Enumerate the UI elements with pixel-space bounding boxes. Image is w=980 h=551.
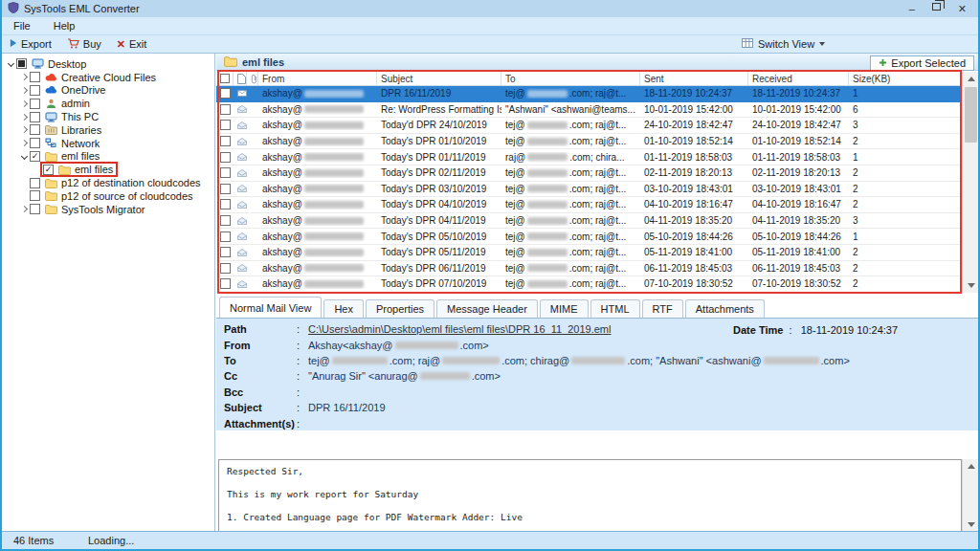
scroll-up-icon[interactable] (963, 72, 979, 86)
tree-checkbox[interactable] (30, 204, 40, 214)
row-checkbox[interactable] (220, 167, 231, 178)
expand-collapsed-icon[interactable] (19, 127, 29, 132)
row-checkbox[interactable] (220, 278, 231, 289)
menu-help[interactable]: Help (54, 20, 76, 32)
email-row[interactable]: akshay@DPR 16/11/2019tej@.com; raj@t...1… (216, 86, 962, 102)
tree-item-libraries[interactable]: Libraries (2, 123, 214, 137)
tree-item-p12-of-destination-cloudcodes[interactable]: p12 of destination cloudcodes (2, 176, 214, 189)
pc-icon (44, 112, 57, 122)
expand-collapsed-icon[interactable] (19, 115, 29, 120)
email-row[interactable]: akshay@Today's DPR 02/11/2019tej@.com; r… (216, 165, 962, 182)
tab-hex[interactable]: Hex (323, 299, 364, 318)
tree-checkbox[interactable] (30, 190, 40, 201)
close-button[interactable]: ✕ (958, 0, 967, 17)
minimize-button[interactable]: – (909, 0, 915, 17)
column-header-subject[interactable]: Subject (377, 72, 501, 85)
email-row[interactable]: akshay@Today's DPR 06/11/2019tej@.com; r… (216, 261, 962, 277)
tab-attachments[interactable]: Attachments (685, 299, 765, 318)
expand-collapsed-icon[interactable] (19, 88, 29, 93)
tab-rtf[interactable]: RTF (642, 299, 683, 318)
header-checkbox[interactable] (220, 74, 230, 83)
tree-item-network[interactable]: Network (2, 137, 214, 150)
tree-item-systools-migrator[interactable]: SysTools Migrator (2, 203, 214, 216)
exit-button[interactable]: ✕ Exit (109, 35, 155, 53)
row-checkbox[interactable] (220, 184, 231, 194)
export-button[interactable]: Export (2, 35, 59, 53)
tree-checkbox[interactable] (30, 151, 40, 162)
body-scrollbar[interactable] (962, 459, 978, 532)
row-checkbox[interactable] (220, 104, 231, 115)
menu-file[interactable]: File (13, 20, 31, 32)
maximize-button[interactable] (932, 3, 941, 11)
tree-item-this-pc[interactable]: This PC (2, 110, 214, 123)
scroll-down-icon[interactable] (963, 518, 979, 532)
tree-checkbox[interactable] (30, 99, 40, 109)
scroll-thumb[interactable] (965, 87, 977, 143)
tab-mime[interactable]: MIME (540, 299, 589, 318)
tab-normal-mail-view[interactable]: Normal Mail View (219, 297, 322, 318)
row-checkbox[interactable] (220, 136, 231, 146)
tree-item-desktop[interactable]: Desktop (2, 57, 214, 71)
file-path-link[interactable]: C:\Users\admin\Desktop\eml files\eml fil… (308, 323, 611, 335)
expand-expanded-icon[interactable] (19, 154, 29, 159)
tree-checkbox[interactable] (43, 165, 54, 175)
column-header-received[interactable]: Received (748, 72, 849, 85)
tree-checkbox[interactable] (30, 124, 40, 135)
scroll-down-icon[interactable] (963, 278, 979, 293)
buy-button[interactable]: Buy (59, 35, 109, 53)
text-segment: tej@ (505, 215, 525, 226)
row-checkbox[interactable] (220, 247, 231, 257)
row-checkbox[interactable] (220, 215, 231, 226)
tab-properties[interactable]: Properties (366, 299, 434, 318)
column-header-sent[interactable]: Sent (640, 72, 748, 85)
redacted-text (304, 169, 364, 177)
envelope-open-icon (234, 248, 247, 257)
row-checkbox[interactable] (220, 88, 231, 99)
tree-item-eml-files[interactable]: eml files (2, 163, 214, 176)
column-header-size-kb[interactable]: Size(KB) (849, 72, 968, 85)
row-checkbox[interactable] (220, 120, 231, 130)
redacted-text (304, 121, 364, 129)
row-checkbox[interactable] (220, 152, 231, 163)
tree-item-eml-files[interactable]: eml files (2, 150, 214, 164)
tree-checkbox[interactable] (30, 112, 40, 122)
tree-item-creative-cloud-files[interactable]: Creative Cloud Files (2, 71, 214, 84)
row-checkbox[interactable] (220, 263, 231, 274)
sent-cell: 10-01-2019 15:42:00 (640, 104, 748, 115)
column-header-from[interactable]: From (258, 72, 377, 85)
email-row[interactable]: akshay@Today's DPR 05/10/2019tej@.com; r… (216, 229, 962, 245)
expand-collapsed-icon[interactable] (19, 101, 29, 106)
email-row[interactable]: akshay@Today'd DPR 24/10/2019tej@.com; r… (216, 118, 962, 134)
header-checkbox[interactable] (216, 72, 234, 85)
email-row[interactable]: akshay@Re: WordPress Formatting Is..."As… (216, 102, 962, 119)
tree-checkbox[interactable] (30, 72, 40, 82)
email-row[interactable]: akshay@Today's DPR 07/10/2019tej@.com; r… (216, 276, 962, 293)
tree-item-p12-of-source-of-cloudcodes[interactable]: p12 of source of cloudcodes (2, 189, 214, 203)
from-cell: akshay@ (258, 120, 377, 130)
tree-checkbox[interactable] (30, 138, 40, 148)
email-row[interactable]: akshay@Today's DPR 04/11/2019tej@.com; r… (216, 213, 962, 230)
expand-expanded-icon[interactable] (6, 61, 15, 66)
email-row[interactable]: akshay@Today's DPR 04/10/2019tej@.com; r… (216, 197, 962, 213)
row-checkbox[interactable] (220, 199, 231, 209)
tab-message-header[interactable]: Message Header (436, 299, 538, 318)
expand-collapsed-icon[interactable] (19, 207, 29, 211)
scroll-up-icon[interactable] (963, 459, 979, 474)
tree-item-admin[interactable]: admin (2, 97, 214, 110)
expand-collapsed-icon[interactable] (19, 141, 29, 145)
tree-item-onedrive[interactable]: OneDrive (2, 84, 214, 98)
switch-view-button[interactable]: Switch View (734, 35, 833, 53)
tree-checkbox[interactable] (16, 58, 27, 69)
export-selected-button[interactable]: Export Selected (870, 55, 974, 71)
email-row[interactable]: akshay@Today's DPR 01/11/2019raj@.com; c… (216, 149, 962, 165)
tree-checkbox[interactable] (30, 178, 40, 188)
column-header-to[interactable]: To (501, 72, 640, 85)
tree-checkbox[interactable] (30, 85, 40, 96)
list-scrollbar[interactable] (962, 72, 978, 293)
row-checkbox[interactable] (220, 231, 231, 242)
email-row[interactable]: akshay@Today's DPR 05/11/2019tej@.com; r… (216, 245, 962, 261)
tab-html[interactable]: HTML (590, 299, 640, 318)
expand-collapsed-icon[interactable] (19, 75, 29, 79)
email-row[interactable]: akshay@Today's DPR 01/10/2019tej@.com; r… (216, 134, 962, 150)
email-row[interactable]: akshay@Today's DPR 03/10/2019tej@.com; r… (216, 182, 962, 198)
